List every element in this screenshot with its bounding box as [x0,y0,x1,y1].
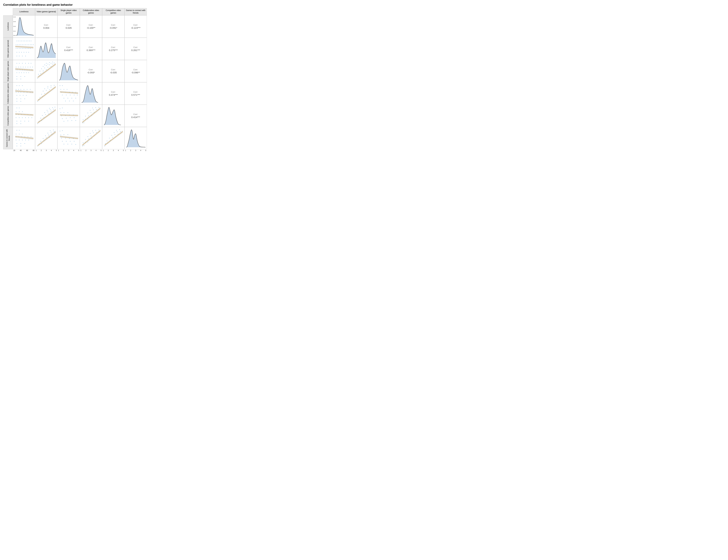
cell-r2c4: Corr: -0.035 [102,60,124,82]
svg-point-211 [49,108,50,109]
svg-point-332 [112,137,113,138]
svg-point-123 [17,95,17,96]
svg-point-166 [68,98,68,99]
col-header-3: Collaborative video games [80,8,102,15]
svg-point-210 [53,109,54,110]
svg-point-152 [60,89,61,90]
svg-point-299 [62,141,63,142]
svg-point-98 [52,64,53,64]
svg-point-282 [48,135,49,135]
svg-point-173 [17,108,17,108]
svg-point-124 [20,95,20,96]
col-header-5: Games to connect with friends [124,8,147,15]
svg-point-290 [60,131,60,132]
cell-diag-4 [102,105,124,127]
svg-point-245 [93,110,94,110]
svg-point-252 [19,130,19,131]
svg-point-217 [60,113,61,113]
matrix-body: Loneliness Video games (general) Single … [3,15,725,149]
svg-point-271 [20,146,21,147]
svg-point-46 [25,56,26,56]
svg-point-110 [16,89,16,90]
col-header-2: Single player video games [57,8,80,15]
cell-r5c0 [13,127,35,149]
svg-point-147 [51,85,51,86]
svg-point-255 [22,134,23,135]
cell-diag-1 [35,38,57,60]
svg-point-215 [60,109,60,109]
cell-r1c2: Corr: 0.416*** [57,38,80,60]
svg-point-270 [17,146,17,147]
svg-point-170 [69,101,70,102]
cell-r0c5: Corr: -0.123*** [124,15,147,38]
svg-point-7 [20,41,20,41]
svg-point-167 [72,98,72,99]
svg-point-191 [20,121,21,122]
svg-point-331 [109,138,110,139]
svg-point-300 [66,141,67,142]
row-label-1: Video games (general) [3,38,13,60]
svg-point-6 [18,41,19,41]
svg-point-95 [43,66,43,67]
svg-point-44 [19,56,19,56]
svg-point-75 [28,72,29,73]
cell-r2c0 [13,60,35,82]
svg-point-5 [17,41,17,41]
svg-point-24 [30,45,30,45]
svg-point-85 [38,74,39,75]
svg-point-29 [19,48,19,49]
svg-point-239 [88,116,89,116]
svg-point-150 [60,85,60,86]
svg-point-171 [73,101,74,102]
svg-point-302 [74,141,75,142]
cell-diag-2 [57,60,80,82]
svg-point-281 [45,135,46,136]
col-headers: Loneliness Video games (general) Single … [13,8,725,15]
svg-point-261 [31,137,31,137]
svg-point-340 [116,130,117,131]
svg-point-78 [24,76,25,77]
svg-point-73 [24,72,24,73]
svg-point-305 [72,144,72,145]
svg-point-105 [52,62,53,62]
svg-point-294 [68,135,68,135]
svg-point-40 [24,52,24,53]
svg-point-192 [24,121,25,122]
svg-point-144 [48,88,48,88]
cell-r4c5: Corr: 0.414*** [124,105,147,127]
svg-point-317 [91,136,91,136]
svg-point-15 [16,45,16,45]
svg-point-19 [22,45,23,45]
svg-point-128 [20,99,21,99]
svg-point-146 [48,86,48,87]
matrix-row-2: Corr: -0.093* Corr: -0.035 Corr: -0.096*… [13,60,147,82]
svg-point-310 [83,143,83,143]
svg-point-288 [53,130,54,130]
svg-point-43 [17,56,17,56]
cell-r0c4: Corr: -0.091* [102,15,124,38]
svg-point-175 [16,112,16,112]
svg-point-154 [67,89,67,90]
svg-point-193 [28,121,29,122]
svg-point-323 [95,130,96,131]
svg-point-285 [51,132,51,133]
svg-point-101 [51,63,51,64]
cell-r5c4 [102,127,124,149]
cell-r2c1 [35,60,57,82]
svg-point-169 [65,101,66,102]
svg-point-206 [48,112,48,112]
svg-point-262 [16,140,16,140]
svg-point-234 [84,123,84,123]
svg-point-97 [49,65,50,65]
svg-point-52 [28,63,29,64]
svg-point-17 [19,45,19,45]
svg-point-135 [40,97,40,98]
matrix-row-1: Corr: 0.416*** Corr: 0.369*** Corr: 0.27… [13,38,147,60]
svg-text:0.04: 0.04 [13,16,16,18]
cell-r5c2 [57,127,80,149]
svg-point-301 [70,141,71,142]
svg-point-102 [54,63,54,63]
svg-point-80 [20,79,21,79]
svg-point-61 [32,67,33,68]
svg-point-264 [22,140,23,140]
